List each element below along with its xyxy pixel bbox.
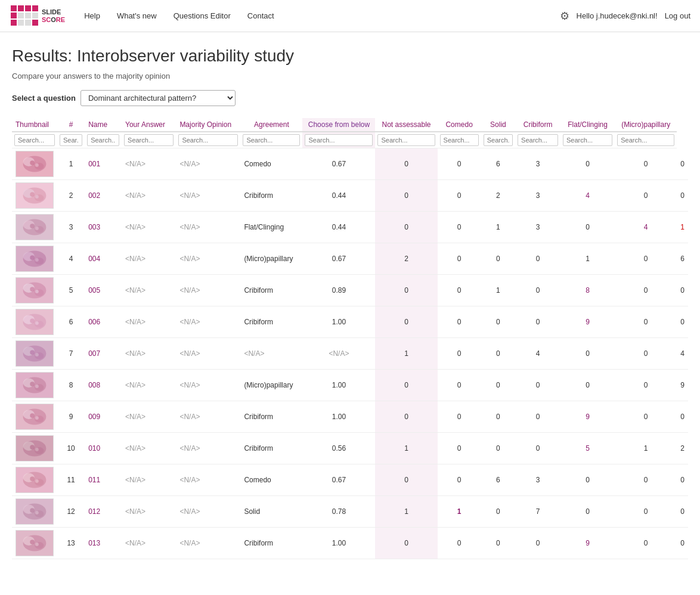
- svg-point-27: [35, 227, 39, 230]
- cell-majority: Cribiform: [240, 306, 302, 338]
- svg-point-42: [35, 321, 39, 325]
- nav-help[interactable]: Help: [77, 8, 107, 24]
- cell-thumbnail[interactable]: [12, 306, 57, 338]
- nav-whats-new[interactable]: What's new: [110, 8, 164, 24]
- svg-point-22: [35, 195, 39, 199]
- cell-thumbnail[interactable]: [12, 212, 57, 243]
- logo[interactable]: SLIDE SLIDE SCORE: [10, 4, 65, 28]
- cell-thumbnail[interactable]: [12, 180, 57, 212]
- cell-id[interactable]: 011: [85, 464, 122, 496]
- cell-name: <N/A>: [122, 275, 176, 306]
- slide-link[interactable]: 005: [88, 286, 100, 295]
- search-thumbnail: [12, 132, 57, 148]
- table-row: 8008<N/A><N/A>(Micro)papillary1.00000000…: [12, 370, 688, 401]
- cell-id[interactable]: 001: [85, 148, 122, 180]
- search-your-answer-input[interactable]: [124, 134, 174, 146]
- question-select[interactable]: Dominant architectural pattern?: [80, 90, 236, 106]
- cell-num: 4: [57, 243, 85, 275]
- search-majority: [176, 132, 240, 148]
- cell-id[interactable]: 003: [85, 212, 122, 243]
- cell-not-assessable: 0: [438, 275, 481, 306]
- cell-name: <N/A>: [122, 243, 176, 275]
- slide-link[interactable]: 004: [88, 255, 100, 263]
- cell-flat: 0: [615, 243, 677, 275]
- cell-id[interactable]: 008: [85, 370, 122, 401]
- svg-rect-11: [32, 20, 38, 26]
- svg-point-52: [35, 385, 39, 388]
- cell-micropapillary: 9: [677, 370, 688, 401]
- slide-link[interactable]: 003: [88, 223, 100, 231]
- svg-point-41: [30, 318, 35, 323]
- svg-rect-2: [25, 5, 31, 11]
- slide-link[interactable]: 013: [88, 539, 100, 547]
- nav-contact[interactable]: Contact: [240, 8, 281, 24]
- svg-point-47: [35, 353, 39, 357]
- cell-thumbnail[interactable]: [12, 275, 57, 306]
- slide-link[interactable]: 008: [88, 381, 100, 389]
- svg-point-31: [30, 255, 35, 260]
- cell-name: <N/A>: [122, 464, 176, 496]
- search-majority-input[interactable]: [178, 134, 238, 146]
- cell-thumbnail[interactable]: [12, 528, 57, 559]
- slide-link[interactable]: 012: [88, 507, 100, 516]
- cell-id[interactable]: 007: [85, 338, 122, 370]
- cell-num: 5: [57, 275, 85, 306]
- cell-thumbnail[interactable]: [12, 338, 57, 370]
- cell-thumbnail[interactable]: [12, 401, 57, 433]
- cell-micropapillary: 6: [677, 243, 688, 275]
- search-flat-input[interactable]: [563, 134, 612, 146]
- cell-id[interactable]: 010: [85, 433, 122, 464]
- cell-thumbnail[interactable]: [12, 370, 57, 401]
- search-comedo-input[interactable]: [440, 134, 479, 146]
- slide-link[interactable]: 006: [88, 318, 100, 326]
- nav-links: Help What's new Questions Editor Contact: [77, 8, 559, 24]
- search-cribiform-input[interactable]: [518, 134, 558, 146]
- slide-link[interactable]: 011: [88, 476, 100, 484]
- cell-id[interactable]: 013: [85, 528, 122, 559]
- search-choose-input[interactable]: [305, 134, 373, 146]
- search-name: [85, 132, 122, 148]
- search-solid-input[interactable]: [484, 134, 513, 146]
- cell-cribiform: 4: [560, 180, 615, 212]
- cell-micropapillary: 0: [677, 148, 688, 180]
- cell-majority: Cribiform: [240, 528, 302, 559]
- settings-icon[interactable]: ⚙: [560, 10, 569, 23]
- cell-micropapillary: 0: [677, 306, 688, 338]
- search-name-input[interactable]: [87, 134, 119, 146]
- cell-id[interactable]: 005: [85, 275, 122, 306]
- cell-thumbnail[interactable]: [12, 464, 57, 496]
- cell-thumbnail[interactable]: [12, 148, 57, 180]
- slide-link[interactable]: 001: [88, 160, 100, 168]
- search-micropapillary-input[interactable]: [617, 134, 674, 146]
- th-solid: Solid: [481, 118, 515, 132]
- slide-link[interactable]: 002: [88, 191, 100, 200]
- table-row: 10010<N/A><N/A>Cribiform0.561000512: [12, 433, 688, 464]
- search-num-input[interactable]: [60, 134, 82, 146]
- cell-thumbnail[interactable]: [12, 243, 57, 275]
- svg-rect-1: [18, 5, 24, 11]
- cell-micropapillary: 0: [677, 275, 688, 306]
- cell-id[interactable]: 006: [85, 306, 122, 338]
- cell-thumbnail[interactable]: [12, 496, 57, 528]
- cell-solid: 4: [515, 338, 560, 370]
- cell-micropapillary: 1: [677, 212, 688, 243]
- cell-id[interactable]: 009: [85, 401, 122, 433]
- logout-button[interactable]: Log out: [665, 11, 690, 20]
- cell-agreement: 1.00: [302, 401, 375, 433]
- cell-id[interactable]: 012: [85, 496, 122, 528]
- cell-your-answer: <N/A>: [176, 275, 240, 306]
- cell-thumbnail[interactable]: [12, 433, 57, 464]
- cell-id[interactable]: 004: [85, 243, 122, 275]
- search-agreement-input[interactable]: [243, 134, 300, 146]
- slide-link[interactable]: 007: [88, 349, 100, 358]
- cell-id[interactable]: 002: [85, 180, 122, 212]
- slide-link[interactable]: 009: [88, 413, 100, 421]
- nav-questions-editor[interactable]: Questions Editor: [166, 8, 238, 24]
- slide-link[interactable]: 010: [88, 444, 100, 453]
- search-not-input[interactable]: [377, 134, 435, 146]
- search-thumbnail-input[interactable]: [14, 134, 55, 146]
- cell-name: <N/A>: [122, 306, 176, 338]
- svg-point-67: [35, 479, 39, 483]
- cell-not-assessable: 0: [438, 338, 481, 370]
- table-row: 3003<N/A><N/A>Flat/Clinging0.440013041: [12, 212, 688, 243]
